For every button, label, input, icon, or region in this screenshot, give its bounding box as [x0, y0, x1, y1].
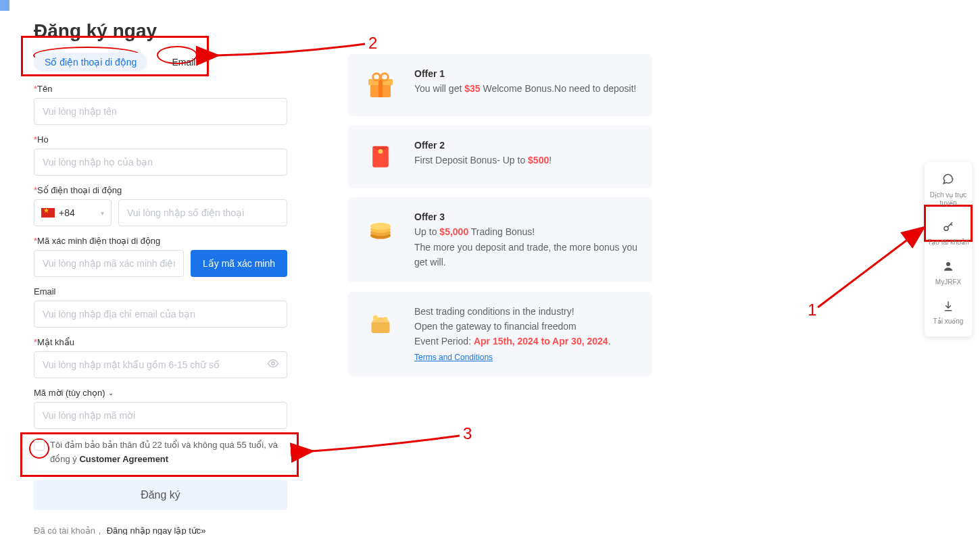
user-icon [927, 260, 969, 276]
invite-label[interactable]: Mã mời (tùy chọn) ⌄ [34, 388, 287, 398]
svg-point-14 [384, 317, 388, 321]
svg-point-7 [378, 149, 383, 154]
email-label: Email [34, 286, 287, 297]
pw-label: *Mật khẩu [34, 337, 287, 347]
invite-input[interactable] [34, 402, 287, 429]
offer-card-2: Offer 2 First Deposit Bonus- Up to $500! [348, 126, 652, 188]
svg-point-16 [946, 262, 950, 266]
name-input[interactable] [34, 98, 287, 125]
tab-mobile[interactable]: Số điện thoại di động [34, 53, 147, 72]
chevron-down-icon: ▾ [101, 209, 104, 217]
svg-rect-12 [372, 322, 390, 333]
dock-download[interactable]: Tải xuống [925, 293, 972, 333]
already-text: Đã có tài khoản， [34, 526, 104, 535]
lastname-label: *Ho [34, 134, 287, 145]
terms-link[interactable]: Terms and Conditions [414, 353, 493, 362]
get-verify-button[interactable]: Lấy mã xác minh [191, 250, 287, 277]
eye-icon[interactable] [267, 357, 279, 372]
lastname-input[interactable] [34, 149, 287, 176]
svg-rect-3 [378, 79, 383, 97]
tab-email[interactable]: Email [161, 53, 206, 72]
chevron-down-icon: ⌄ [108, 389, 114, 397]
svg-point-11 [370, 223, 391, 230]
arrow-1 [814, 223, 929, 311]
gift-icon [362, 66, 399, 104]
download-icon [927, 300, 969, 316]
svg-point-15 [944, 226, 948, 230]
login-now-link[interactable]: Đăng nhập ngay lập tức» [107, 526, 206, 535]
title-accent-square [0, 0, 9, 11]
agreement-link[interactable]: Customer Agreement [79, 454, 168, 464]
agree-checkbox[interactable] [34, 440, 45, 451]
svg-point-13 [373, 315, 378, 320]
chat-icon [927, 173, 969, 189]
arrow-2 [210, 41, 372, 68]
treasure-icon [362, 304, 399, 342]
offer-card-1: Offer 1 You will get $35 Welcome Bonus.N… [348, 54, 652, 116]
email-input[interactable] [34, 301, 287, 328]
dock-myjrfx[interactable]: MyJRFX [925, 253, 972, 293]
verify-label: *Mã xác minh điện thoại di động [34, 236, 287, 246]
dock-create[interactable]: Tạo tài khoản [925, 214, 972, 254]
phone-label: *Số điện thoại di động [34, 185, 287, 195]
flag-icon [41, 208, 55, 218]
side-dock: Dịch vụ trực tuyến Tạo tài khoản MyJRFX … [925, 162, 972, 336]
agree-text: Tôi đảm bảo bản thân đủ 22 tuổi và không… [50, 438, 287, 467]
arrow-3 [304, 432, 466, 459]
svg-point-0 [272, 362, 275, 365]
page-title: Đăng ký ngay [34, 20, 287, 42]
name-label: *Tên [34, 84, 287, 94]
dock-chat[interactable]: Dịch vụ trực tuyến [925, 166, 972, 214]
register-button[interactable]: Đăng ký [34, 480, 287, 510]
offer-card-3: Offer 3 Up to $5,000 Trading Bonus! The … [348, 197, 652, 282]
pw-input[interactable] [34, 351, 287, 378]
coins-icon [362, 209, 399, 247]
phone-input[interactable] [118, 199, 287, 226]
red-envelope-icon [362, 138, 399, 176]
verify-input[interactable] [34, 250, 184, 277]
offer-card-4: Best trading conditions in the industry!… [348, 292, 652, 377]
key-icon [927, 221, 969, 237]
phone-prefix-select[interactable]: +84 ▾ [34, 199, 112, 226]
